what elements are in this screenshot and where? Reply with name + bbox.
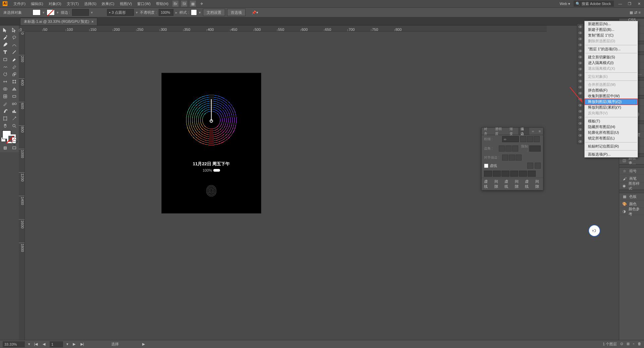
hand-tool[interactable] (1, 122, 9, 129)
minimize-button[interactable]: — (617, 1, 623, 6)
pin-icon[interactable]: 📌▾ (252, 10, 258, 15)
layers-panel-menu[interactable]: 新建图层(N)...新建子图层(B)...复制"图层 1"(C)删除所选图层(D… (584, 21, 638, 158)
panel-tab-transparency[interactable]: 透明度 (493, 128, 507, 135)
artboard[interactable]: 11月22日 周五下午 100% (162, 73, 261, 213)
join-miter-icon[interactable] (499, 146, 505, 152)
eyedropper-tool[interactable] (1, 100, 9, 107)
stroke-panel[interactable]: 对齐 透明度 渐变 描边 ›› ≡ 粗细 : ‹› 边角 : 限制 : 对齐描边… (481, 127, 543, 190)
menu-effect[interactable]: 效果(C) (99, 1, 117, 6)
layer-visibility-toggle[interactable] (577, 48, 583, 54)
zoom-input[interactable]: 33.33% (3, 341, 25, 347)
dash-preserve-icon[interactable] (527, 163, 533, 169)
layer-visibility-toggle[interactable] (577, 102, 583, 108)
layer-visibility-toggle[interactable] (577, 36, 583, 42)
lasso-tool[interactable] (10, 34, 18, 41)
menu-edit[interactable]: 编辑(E) (28, 1, 46, 6)
layers-menu-item[interactable]: 拼合图稿(F) (585, 88, 638, 93)
style-swatch[interactable] (191, 9, 197, 15)
dash-align-icon[interactable] (535, 163, 541, 169)
screen-mode-icon[interactable] (10, 144, 18, 151)
stroke-swatch[interactable] (47, 9, 55, 15)
restore-button[interactable]: ❐ (627, 1, 633, 6)
cap-round-icon[interactable] (527, 136, 533, 142)
workspace-switcher[interactable]: Web ▾ (558, 2, 572, 6)
delete-layer-icon[interactable]: 🗑 (638, 342, 641, 347)
locate-layer-icon[interactable]: ⊙ (620, 342, 623, 347)
layers-menu-item[interactable]: 轮廓化所有图层(U) (585, 130, 638, 135)
dash-2[interactable] (501, 171, 509, 177)
cap-butt-icon[interactable] (520, 136, 526, 142)
panel-collapse-icon[interactable]: ›› (529, 128, 536, 135)
stroke-weight-input[interactable] (72, 9, 89, 16)
layer-visibility-toggle[interactable] (577, 114, 583, 120)
align-outside-icon[interactable] (516, 155, 522, 161)
gap-3[interactable] (528, 171, 536, 177)
artboard-tool[interactable] (1, 115, 9, 122)
layers-menu-item[interactable]: 释放到图层(累积)(Y) (585, 105, 638, 110)
layer-visibility-toggle[interactable] (577, 42, 583, 48)
scale-tool[interactable] (10, 71, 18, 77)
dash-1[interactable] (484, 171, 492, 177)
magic-wand-tool[interactable] (1, 34, 9, 41)
layers-menu-item[interactable]: 面板选项(P)... (585, 152, 638, 157)
layer-visibility-toggle[interactable] (577, 96, 583, 102)
layer-visibility-toggle[interactable] (577, 108, 583, 114)
layer-visibility-toggle[interactable] (577, 30, 583, 36)
layers-menu-item[interactable]: 隐藏所有图层(H) (585, 124, 638, 130)
prev-artboard-icon[interactable]: ◀ (42, 342, 46, 347)
layer-visibility-toggle[interactable] (577, 132, 583, 138)
layers-menu-item[interactable]: "图层 1"的选项(O)... (585, 46, 638, 52)
new-sublayer-icon[interactable]: ⊞ (627, 342, 630, 347)
stroke-weight-field[interactable]: ‹› (502, 136, 519, 142)
brush-shape-select[interactable]: • 3 点圆形 (107, 9, 134, 16)
column-graph-tool[interactable] (10, 108, 18, 114)
layer-visibility-toggle[interactable] (577, 138, 583, 144)
gradient-tool[interactable] (10, 93, 18, 100)
layer-visibility-toggle[interactable] (577, 78, 583, 84)
layers-menu-item[interactable]: 复制"图层 1"(C) (585, 33, 638, 38)
layers-menu-item[interactable]: 释放到图层(顺序)(Q) (585, 99, 638, 105)
selection-tool[interactable] (1, 26, 9, 33)
stock-icon[interactable]: St (181, 1, 187, 7)
close-tab-icon[interactable]: × (91, 19, 94, 24)
layer-visibility-toggle[interactable] (577, 24, 583, 30)
document-setup-button[interactable]: 文档设置 (203, 9, 225, 16)
layers-menu-item[interactable]: 收集到新图层中(W) (585, 93, 638, 99)
menu-object[interactable]: 对象(O) (46, 1, 64, 6)
panel-graphic-styles[interactable]: ◉图形样式 (619, 182, 644, 190)
layers-menu-item[interactable]: 锁定所有图层(L) (585, 135, 638, 141)
layers-menu-item[interactable]: 新建子图层(B)... (585, 27, 638, 33)
bridge-icon[interactable]: Br (172, 1, 178, 7)
document-tab[interactable]: 未标题-1.ai @ 33.33% (RGB/GPU 预览) × (20, 18, 97, 25)
layer-visibility-toggle[interactable] (577, 84, 583, 90)
align-center-icon[interactable] (502, 155, 508, 161)
shaper-tool[interactable] (1, 63, 9, 70)
next-artboard-icon[interactable]: ▶ (72, 342, 76, 347)
eraser-tool[interactable] (10, 63, 18, 70)
type-tool[interactable] (1, 49, 9, 55)
panel-pathfinder[interactable]: ◫路径查… (619, 157, 644, 164)
width-tool[interactable] (1, 78, 9, 85)
rectangle-tool[interactable] (1, 56, 9, 63)
paintbrush-tool[interactable] (10, 56, 18, 63)
shape-builder-tool[interactable] (1, 85, 9, 92)
free-transform-tool[interactable] (10, 78, 18, 85)
draw-normal-icon[interactable] (1, 144, 9, 151)
layer-visibility-toggle[interactable] (577, 60, 583, 66)
list-icon[interactable]: ≡ (639, 10, 641, 15)
join-bevel-icon[interactable] (512, 146, 518, 152)
zoom-tool[interactable] (10, 122, 18, 129)
layer-visibility-toggle[interactable] (577, 90, 583, 96)
opacity-input[interactable]: 100% (159, 9, 173, 16)
layer-visibility-toggle[interactable] (577, 66, 583, 72)
canvas-area[interactable]: 11月22日 周五下午 100% (25, 32, 547, 340)
panel-tab-gradient[interactable]: 渐变 (507, 128, 518, 135)
layers-menu-item[interactable]: 模板(T) (585, 118, 638, 124)
new-layer-icon[interactable]: ▫ (633, 342, 634, 347)
slice-tool[interactable] (10, 115, 18, 122)
pen-tool[interactable] (1, 41, 9, 48)
adobe-stock-search[interactable]: 🔍 搜索 Adobe Stock (574, 1, 614, 7)
first-artboard-icon[interactable]: |◀ (34, 342, 38, 347)
layers-menu-item[interactable]: 粘贴时记住图层(R) (585, 143, 638, 149)
curvature-tool[interactable] (10, 41, 18, 48)
